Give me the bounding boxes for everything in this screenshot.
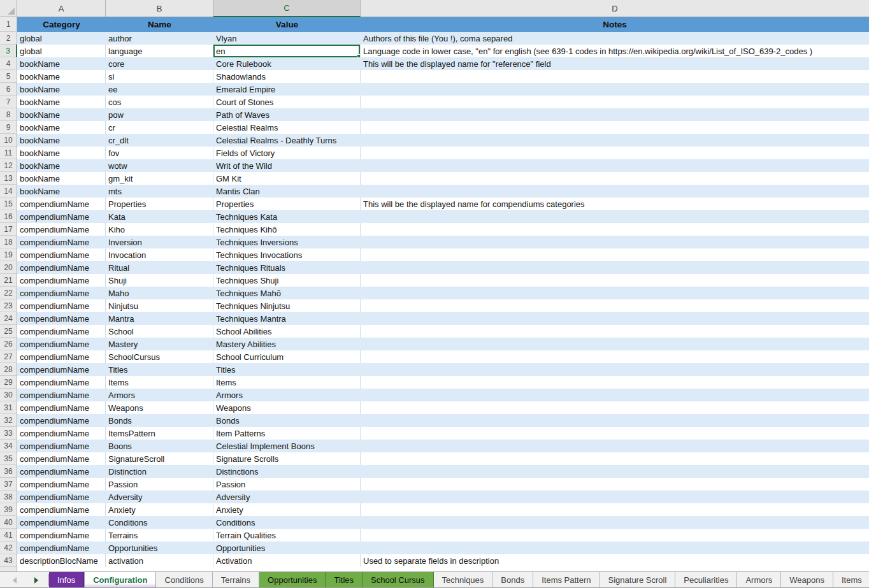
cell-value[interactable]: Writ of the Wild <box>213 159 361 172</box>
cell-value[interactable]: School Abilities <box>213 325 361 338</box>
row-number[interactable]: 18 <box>0 236 17 248</box>
cell-value[interactable]: Techniques Ninjutsu <box>213 299 361 312</box>
cell-category[interactable]: compendiumName <box>17 210 106 223</box>
cell-value[interactable]: Emerald Empire <box>213 83 361 96</box>
cell-name[interactable]: SchoolCursus <box>106 350 213 363</box>
row-number[interactable]: 32 <box>0 414 17 427</box>
cell-notes[interactable] <box>361 452 869 465</box>
row-number[interactable]: 8 <box>0 108 17 121</box>
cell-name[interactable]: Armors <box>106 389 213 401</box>
row-number[interactable]: 43 <box>0 554 17 567</box>
sheet-tab-peculiarities[interactable]: Peculiarities <box>675 572 737 588</box>
cell-name[interactable]: Items <box>106 376 213 389</box>
cell-value[interactable]: Vlyan <box>213 32 361 45</box>
cell-name[interactable]: core <box>106 57 213 70</box>
sheet-tab-configuration[interactable]: Configuration <box>84 572 156 588</box>
cell-notes[interactable] <box>361 83 869 96</box>
cell-value[interactable]: Signature Scrolls <box>213 452 361 465</box>
row-number[interactable]: 28 <box>0 363 17 376</box>
cell-name[interactable]: Distinction <box>106 465 213 478</box>
row-number[interactable]: 38 <box>0 491 17 503</box>
cell-value[interactable]: Weapons <box>213 401 361 414</box>
cell-name[interactable]: Kata <box>106 210 213 223</box>
cell-category[interactable]: compendiumName <box>17 261 106 274</box>
cell-value[interactable]: Techniques Mahõ <box>213 287 361 299</box>
cell-notes[interactable] <box>361 185 869 197</box>
cell-category[interactable]: compendiumName <box>17 274 106 287</box>
cell-notes[interactable]: Authors of this file (You !), coma separ… <box>361 32 869 45</box>
cell-notes[interactable] <box>361 312 869 325</box>
cell-notes[interactable] <box>361 465 869 478</box>
cell-category[interactable]: compendiumName <box>17 248 106 261</box>
row-number[interactable]: 35 <box>0 452 17 465</box>
cell-category[interactable]: bookName <box>17 57 106 70</box>
cell-category[interactable]: compendiumName <box>17 287 106 299</box>
row-number[interactable]: 17 <box>0 223 17 236</box>
row-number[interactable]: 1 <box>0 17 17 32</box>
cell-notes[interactable] <box>361 503 869 516</box>
cell-value[interactable]: Techniques Rituals <box>213 261 361 274</box>
row-number[interactable]: 7 <box>0 96 17 108</box>
row-number[interactable]: 12 <box>0 159 17 172</box>
cell-value[interactable]: Distinctions <box>213 465 361 478</box>
cell-name[interactable]: Bonds <box>106 414 213 427</box>
cell-category[interactable]: bookName <box>17 83 106 96</box>
cell-category[interactable]: compendiumName <box>17 325 106 338</box>
row-number[interactable]: 23 <box>0 299 17 312</box>
cell-notes[interactable] <box>361 108 869 121</box>
cell-category[interactable]: compendiumName <box>17 427 106 440</box>
cell-value[interactable]: Activation <box>213 554 361 567</box>
tab-scroll-left-icon[interactable] <box>13 577 17 584</box>
cell-notes[interactable] <box>361 376 869 389</box>
cell-name[interactable]: Properties <box>106 197 213 210</box>
cell-category[interactable]: compendiumName <box>17 389 106 401</box>
cell-notes[interactable] <box>361 223 869 236</box>
header-cell-category[interactable]: Category <box>17 17 106 32</box>
cell-category[interactable]: compendiumName <box>17 465 106 478</box>
cell-notes[interactable] <box>361 516 869 529</box>
cell-category[interactable]: bookName <box>17 159 106 172</box>
cell-category[interactable]: compendiumName <box>17 414 106 427</box>
cell-value[interactable]: Celestial Realms - Deathly Turns <box>213 134 361 147</box>
row-number[interactable]: 19 <box>0 248 17 261</box>
cell-category[interactable]: compendiumName <box>17 223 106 236</box>
cell-name[interactable]: Shuji <box>106 274 213 287</box>
cell-name[interactable]: Kiho <box>106 223 213 236</box>
row-number[interactable]: 37 <box>0 478 17 491</box>
sheet-tab-items-pattern[interactable]: Items Pattern <box>533 572 600 588</box>
cell-name[interactable]: Passion <box>106 478 213 491</box>
cell-value[interactable]: Shadowlands <box>213 70 361 83</box>
row-number[interactable]: 4 <box>0 57 17 70</box>
cell-name[interactable]: pow <box>106 108 213 121</box>
cell-notes[interactable] <box>361 210 869 223</box>
row-number[interactable]: 34 <box>0 440 17 452</box>
cell-notes[interactable]: Language code in lower case, "en" for en… <box>361 45 869 57</box>
select-all-button[interactable] <box>0 0 17 17</box>
row-number[interactable]: 33 <box>0 427 17 440</box>
cell-value[interactable]: Bonds <box>213 414 361 427</box>
cell-value[interactable]: Items <box>213 376 361 389</box>
row-number[interactable]: 25 <box>0 325 17 338</box>
cell-notes[interactable] <box>361 325 869 338</box>
cell-value[interactable]: Path of Waves <box>213 108 361 121</box>
cell-category[interactable]: bookName <box>17 172 106 185</box>
cell-value[interactable]: Armors <box>213 389 361 401</box>
cell-value[interactable]: Core Rulebook <box>213 57 361 70</box>
cell-notes[interactable] <box>361 261 869 274</box>
sheet-tab-terrains[interactable]: Terrains <box>213 572 259 588</box>
cell-name[interactable]: cr_dlt <box>106 134 213 147</box>
cell-notes[interactable]: This will be the displayed name for "ref… <box>361 57 869 70</box>
cell-notes[interactable] <box>361 96 869 108</box>
cell-category[interactable]: global <box>17 45 106 57</box>
cell-value[interactable]: Techniques Kata <box>213 210 361 223</box>
cell-notes[interactable] <box>361 287 869 299</box>
row-number[interactable]: 3 <box>0 45 17 57</box>
row-number[interactable]: 16 <box>0 210 17 223</box>
cell-notes[interactable] <box>361 401 869 414</box>
cell-notes[interactable] <box>361 274 869 287</box>
row-number[interactable]: 22 <box>0 287 17 299</box>
header-cell-value[interactable]: Value <box>213 17 361 32</box>
cell-name[interactable]: Adversity <box>106 491 213 503</box>
cell-category[interactable]: bookName <box>17 134 106 147</box>
sheet-tab-weapons[interactable]: Weapons <box>781 572 833 588</box>
